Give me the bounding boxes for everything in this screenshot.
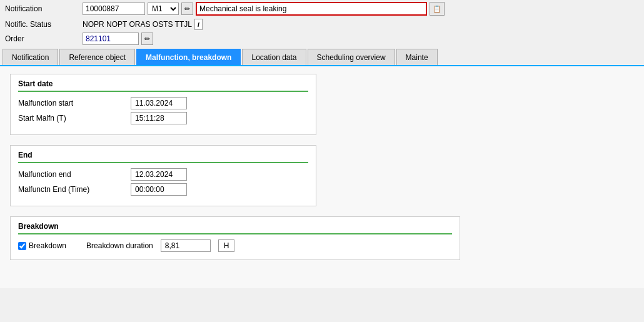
order-label: Order [5,34,80,43]
breakdown-duration-input[interactable] [161,239,211,252]
breakdown-row: Breakdown Breakdown duration H [18,239,452,252]
start-malfn-row: Start Malfn (T) 15:11:28 [18,112,308,124]
start-date-section: Start date Malfunction start 11.03.2024 … [10,74,316,135]
tabs-bar: Notification Reference object Malfunctio… [0,46,644,66]
document-icon: 📋 [433,5,441,13]
end-section: End Malfunction end 12.03.2024 Malfunctn… [10,145,316,206]
malfunction-start-value[interactable]: 11.03.2024 [131,97,187,109]
start-malfn-label: Start Malfn (T) [18,114,131,123]
info-icon: i [198,21,199,28]
tab-reference-object[interactable]: Reference object [59,49,135,65]
tab-location-data[interactable]: Location data [242,49,306,65]
notification-input[interactable] [83,3,145,15]
malfunction-end-label: Malfunction end [18,170,131,179]
order-pencil-button[interactable]: ✏ [141,33,153,45]
malfunction-start-row: Malfunction start 11.03.2024 [18,97,308,109]
malfunctn-end-time-value[interactable]: 00:00:00 [131,183,187,196]
breakdown-section: Breakdown Breakdown Breakdown duration H [10,216,460,260]
tab-mainte[interactable]: Mainte [396,49,438,65]
status-row: Notific. Status NOPR NOPT ORAS OSTS TTJL… [0,18,644,31]
notification-row: Notification M1 ✏ 📋 [0,0,644,18]
start-date-title: Start date [18,79,308,92]
pencil-icon: ✏ [184,5,190,13]
malfunction-end-value[interactable]: 12.03.2024 [131,168,187,181]
m1-select[interactable]: M1 [148,3,179,15]
malfunctn-end-time-label: Malfunctn End (Time) [18,185,131,194]
tab-malfunction-breakdown[interactable]: Malfunction, breakdown [136,49,241,65]
tab-notification[interactable]: Notification [3,49,58,65]
tab-scheduling-overview[interactable]: Scheduling overview [308,49,395,65]
document-button[interactable]: 📋 [430,2,445,16]
breakdown-label: Breakdown [29,241,66,250]
status-label: Notific. Status [5,20,80,29]
notification-label: Notification [5,4,80,13]
breakdown-duration-label: Breakdown duration [86,241,153,250]
info-button[interactable]: i [194,19,203,30]
breakdown-checkbox-label[interactable]: Breakdown [18,241,66,250]
status-value: NOPR NOPT ORAS OSTS TTJL [83,20,192,29]
breakdown-checkbox[interactable] [18,242,26,250]
malfunctn-end-time-row: Malfunctn End (Time) 00:00:00 [18,183,308,196]
malfunction-start-label: Malfunction start [18,99,131,108]
main-content: Start date Malfunction start 11.03.2024 … [0,66,644,288]
order-input[interactable] [83,33,139,45]
malfunction-end-row: Malfunction end 12.03.2024 [18,168,308,181]
description-input[interactable] [196,2,427,16]
pencil-button[interactable]: ✏ [181,3,193,15]
breakdown-unit: H [218,239,235,252]
breakdown-title: Breakdown [18,222,452,234]
end-title: End [18,151,308,163]
start-malfn-value[interactable]: 15:11:28 [131,112,187,124]
order-pencil-icon: ✏ [144,35,150,43]
order-row: Order ✏ [0,31,644,46]
